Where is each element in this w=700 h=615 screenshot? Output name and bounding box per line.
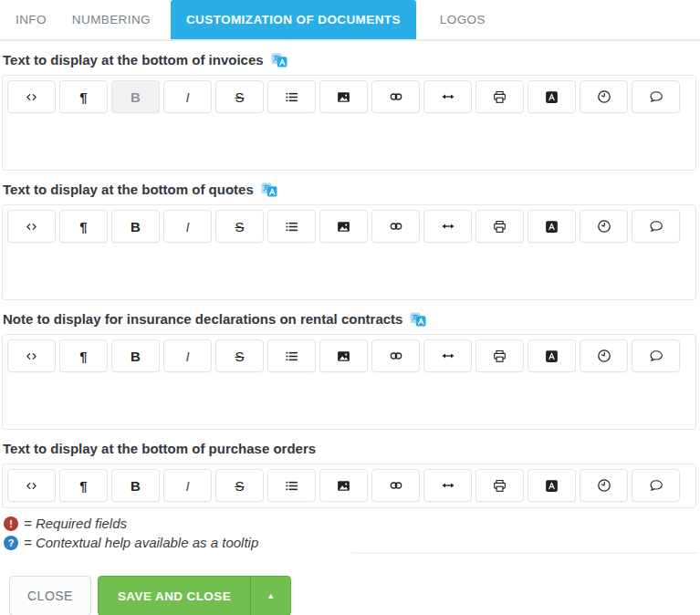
- print-button[interactable]: [475, 80, 524, 113]
- bullet-list-icon: [284, 219, 299, 235]
- purchase-order-footer-section: Text to display at the bottom of purchas…: [2, 441, 696, 508]
- image-button[interactable]: [319, 339, 368, 372]
- letter-a-box-button[interactable]: [528, 210, 576, 243]
- letter-a-box-button[interactable]: [528, 339, 576, 372]
- bullet-list-button[interactable]: [267, 80, 316, 113]
- save-options-dropdown-button[interactable]: ▲: [250, 577, 290, 615]
- print-button[interactable]: [475, 210, 524, 243]
- horizontal-arrows-button[interactable]: [423, 339, 472, 372]
- insurance-note-label: Note to display for insurance declaratio…: [3, 311, 402, 327]
- paragraph-button[interactable]: ¶: [59, 469, 108, 502]
- source-code-button[interactable]: [7, 80, 56, 113]
- bullet-list-button[interactable]: [267, 210, 316, 243]
- bold-button[interactable]: B: [111, 80, 160, 113]
- strikethrough-button[interactable]: S: [215, 80, 264, 113]
- translate-icon[interactable]: [410, 312, 426, 327]
- invoice-footer-label: Text to display at the bottom of invoice…: [3, 52, 264, 68]
- customization-panel: Text to display at the bottom of invoice…: [0, 52, 700, 615]
- clock-button[interactable]: [580, 339, 628, 372]
- paragraph-button[interactable]: ¶: [59, 210, 108, 243]
- strikethrough-icon: S: [235, 220, 244, 234]
- paragraph-icon: ¶: [79, 479, 87, 493]
- image-icon: [336, 219, 351, 235]
- insurance-note-section: Note to display for insurance declaratio…: [2, 311, 696, 430]
- source-code-button[interactable]: [7, 469, 56, 502]
- legend: ! = Required fields ? = Contextual help …: [4, 514, 696, 552]
- bold-icon: B: [131, 220, 141, 234]
- paragraph-icon: ¶: [79, 349, 87, 363]
- clock-button[interactable]: [580, 469, 628, 502]
- horizontal-arrows-button[interactable]: [423, 80, 472, 113]
- bold-button[interactable]: B: [111, 469, 160, 502]
- paragraph-icon: ¶: [79, 220, 87, 234]
- strikethrough-button[interactable]: S: [215, 210, 264, 243]
- tab-customization-of-documents[interactable]: CUSTOMIZATION OF DOCUMENTS: [171, 0, 416, 39]
- horizontal-arrows-button[interactable]: [423, 210, 472, 243]
- image-button[interactable]: [319, 80, 368, 113]
- required-icon: !: [4, 516, 18, 531]
- link-button[interactable]: [371, 210, 420, 243]
- print-button[interactable]: [475, 339, 524, 372]
- image-button[interactable]: [319, 210, 368, 243]
- print-button[interactable]: [475, 469, 524, 502]
- letter-a-box-button[interactable]: [528, 469, 576, 502]
- editor-content[interactable]: [3, 118, 695, 170]
- translate-icon[interactable]: [261, 182, 277, 197]
- clock-button[interactable]: [580, 210, 628, 243]
- horizontal-arrows-icon: [440, 89, 456, 105]
- source-code-icon: [24, 478, 39, 494]
- strikethrough-button[interactable]: S: [215, 469, 264, 502]
- tab-numbering[interactable]: NUMBERING: [70, 0, 152, 39]
- tab-logos[interactable]: LOGOS: [438, 0, 487, 39]
- source-code-button[interactable]: [7, 339, 56, 372]
- link-button[interactable]: [371, 469, 420, 502]
- editor-content[interactable]: [3, 506, 695, 507]
- tab-info[interactable]: INFO: [14, 0, 48, 39]
- bold-icon: B: [131, 479, 141, 493]
- translate-icon[interactable]: [271, 53, 287, 68]
- link-icon: [388, 348, 404, 364]
- bold-button[interactable]: B: [111, 210, 160, 243]
- strikethrough-icon: S: [235, 90, 244, 104]
- paragraph-button[interactable]: ¶: [59, 80, 108, 113]
- horizontal-arrows-icon: [440, 477, 456, 494]
- clock-button[interactable]: [580, 80, 628, 113]
- letter-a-box-button[interactable]: [528, 80, 576, 113]
- strikethrough-icon: S: [235, 479, 244, 493]
- image-icon: [336, 478, 351, 494]
- quote-footer-label: Text to display at the bottom of quotes: [3, 182, 254, 197]
- image-button[interactable]: [319, 469, 368, 502]
- bold-button[interactable]: B: [111, 339, 160, 372]
- clock-icon: [596, 218, 612, 235]
- link-button[interactable]: [371, 80, 420, 113]
- italic-button[interactable]: I: [163, 339, 212, 372]
- comment-button[interactable]: [632, 210, 680, 243]
- italic-button[interactable]: I: [163, 210, 212, 243]
- link-button[interactable]: [371, 339, 420, 372]
- italic-button[interactable]: I: [163, 80, 212, 113]
- horizontal-arrows-button[interactable]: [423, 469, 472, 502]
- editor-toolbar: ¶BIS: [3, 335, 695, 377]
- comment-button[interactable]: [632, 80, 680, 113]
- save-and-close-split-button: SAVE AND CLOSE ▲: [98, 576, 291, 615]
- source-code-button[interactable]: [7, 210, 56, 243]
- strikethrough-button[interactable]: S: [215, 339, 264, 372]
- italic-button[interactable]: I: [163, 469, 212, 502]
- bullet-list-icon: [284, 349, 299, 364]
- bold-icon: B: [131, 90, 141, 104]
- divider: [351, 552, 696, 554]
- bullet-list-button[interactable]: [267, 469, 316, 502]
- purchase-order-footer-label: Text to display at the bottom of purchas…: [3, 441, 316, 456]
- editor-content[interactable]: [3, 247, 695, 299]
- bullet-list-icon: [284, 89, 299, 105]
- paragraph-button[interactable]: ¶: [59, 339, 108, 372]
- comment-button[interactable]: [632, 469, 680, 502]
- comment-button[interactable]: [632, 339, 680, 372]
- footer-actions: CLOSE SAVE AND CLOSE ▲: [9, 576, 696, 615]
- bullet-list-button[interactable]: [267, 339, 316, 372]
- close-button[interactable]: CLOSE: [9, 576, 91, 615]
- letter-a-box-icon: [544, 478, 559, 494]
- editor-content[interactable]: [3, 377, 695, 429]
- editor-toolbar: ¶BIS: [3, 205, 695, 247]
- save-and-close-button[interactable]: SAVE AND CLOSE: [99, 577, 250, 615]
